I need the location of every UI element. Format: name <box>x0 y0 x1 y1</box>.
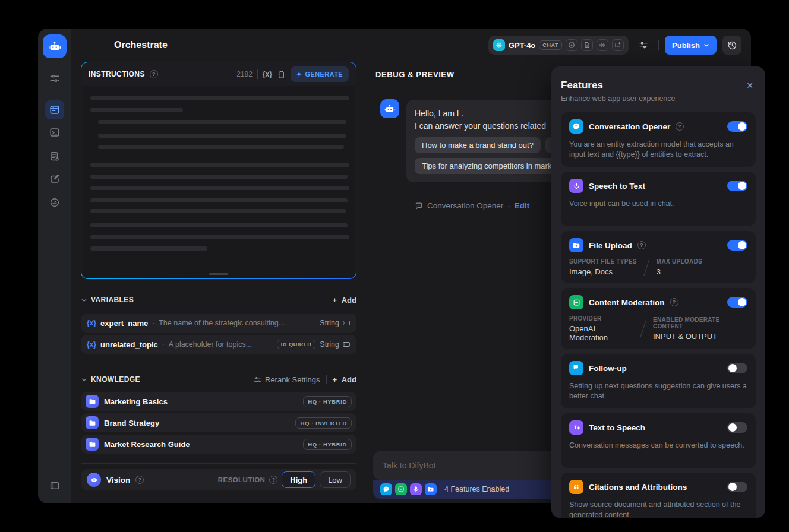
add-label: Add <box>342 296 356 305</box>
document-capability-icon <box>581 39 593 51</box>
variable-row[interactable]: {x} unrelated_topic · A placeholder for … <box>81 335 356 354</box>
instructions-panel[interactable]: INSTRUCTIONS ? 2182 {x} ✦ GENERATE <box>81 62 356 279</box>
openai-logo-icon: ✳ <box>493 39 505 51</box>
resolution-label: RESOLUTION <box>218 476 265 483</box>
meta-col: PROVIDER OpenAI Moderation <box>569 315 633 342</box>
version-history-button[interactable] <box>722 36 741 55</box>
feature-name: Text to Speech <box>589 423 645 432</box>
page-title: Orchestrate <box>114 40 168 50</box>
suggestion-chip[interactable]: How to make a brand stand out? <box>415 137 541 153</box>
sidebar-item-monitoring-gauge[interactable] <box>45 193 64 212</box>
help-icon[interactable]: ? <box>135 476 144 484</box>
model-selector[interactable]: ✳ GPT-4o CHAT <box>488 36 629 55</box>
vision-title: Vision <box>106 476 130 484</box>
skeleton-line <box>90 246 207 251</box>
meta-value: Image, Docs <box>569 267 637 276</box>
bot-avatar <box>380 99 399 118</box>
collapse-sidebar-icon[interactable] <box>45 476 64 495</box>
rerank-settings-button[interactable]: Rerank Settings <box>254 375 320 384</box>
feature-card-text-to-speech: Text to Speech Conversation messages can… <box>561 413 756 468</box>
generate-label: GENERATE <box>305 71 343 78</box>
text-to-speech-icon <box>569 420 583 435</box>
skeleton-line <box>98 145 344 149</box>
sidebar-item-logs[interactable] <box>45 147 64 166</box>
knowledge-row[interactable]: Marketing Basics HQ · HYBRID <box>81 392 356 411</box>
model-name: GPT-4o <box>509 41 536 50</box>
app-logo-robot-icon[interactable] <box>43 34 67 58</box>
suggestion-chip[interactable]: Tips for analyzing competitors in market <box>415 158 565 174</box>
feature-card-content-moderation: Content Moderation ? PROVIDER OpenAI Mod… <box>561 288 756 349</box>
audio-capability-icon <box>597 39 608 51</box>
separator: · <box>507 201 510 210</box>
chevron-down-icon[interactable] <box>81 376 87 383</box>
add-variable-button[interactable]: + Add <box>333 296 357 305</box>
variable-name: expert_name <box>100 319 148 328</box>
sidebar-item-annotation[interactable] <box>45 169 64 188</box>
slash-divider <box>643 259 649 276</box>
separator: · <box>162 340 165 349</box>
feature-toggle[interactable] <box>727 363 747 373</box>
feature-toggle[interactable] <box>727 121 747 132</box>
skeleton-line <box>90 235 349 239</box>
eye-icon <box>87 473 101 487</box>
insert-variable-icon[interactable]: {x} <box>263 70 272 78</box>
help-icon[interactable]: ? <box>150 70 158 78</box>
knowledge-row[interactable]: Brand Strategy HQ · INVERTED <box>81 413 356 432</box>
resolution-low-button[interactable]: Low <box>320 471 351 488</box>
feature-toggle[interactable] <box>727 180 747 191</box>
folder-icon <box>86 438 99 451</box>
help-icon[interactable]: ? <box>670 298 678 306</box>
skeleton-line <box>90 175 348 179</box>
variable-description: A placeholder for topics... <box>169 340 252 349</box>
divider <box>326 375 327 384</box>
publish-button[interactable]: Publish <box>665 36 717 55</box>
skeleton-line <box>90 209 346 213</box>
feature-description: Conversation messages can be converted t… <box>569 441 747 461</box>
feature-toggle[interactable] <box>727 240 747 251</box>
file-upload-icon <box>569 238 583 252</box>
meta-value: 3 <box>657 267 702 276</box>
meta-label: SUPPORT FILE TYPES <box>569 258 637 265</box>
feature-description: You are an entity extraction model that … <box>569 140 747 160</box>
feature-toggle[interactable] <box>727 482 747 492</box>
input-field-icon <box>342 319 351 327</box>
settings-sliders-icon[interactable] <box>45 69 64 88</box>
feature-name: Conversation Opener <box>589 122 670 131</box>
sparkle-icon: ✦ <box>296 71 302 78</box>
sidebar-item-orchestrate[interactable] <box>45 100 64 119</box>
resize-handle[interactable] <box>209 273 228 275</box>
feature-toggle[interactable] <box>727 297 747 308</box>
instructions-editor[interactable] <box>82 86 355 278</box>
folder-icon <box>86 416 99 429</box>
sidebar-item-api-terminal[interactable] <box>45 123 64 142</box>
close-icon[interactable]: ✕ <box>744 80 756 91</box>
moderation-icon <box>569 295 583 309</box>
instructions-title: INSTRUCTIONS <box>89 70 145 78</box>
copy-clipboard-icon[interactable] <box>277 70 286 79</box>
resolution-high-button[interactable]: High <box>282 471 315 488</box>
add-knowledge-button[interactable]: + Add <box>333 375 357 384</box>
debug-preview-title: DEBUG & PREVIEW <box>375 70 455 79</box>
feature-description: Setting up next questions suggestion can… <box>569 381 747 401</box>
knowledge-row[interactable]: Market Research Guide HQ · HYBRID <box>81 435 356 454</box>
features-panel: Features Enhance web app user experience… <box>551 66 765 518</box>
skeleton-line <box>90 186 349 190</box>
model-config-sliders-icon[interactable] <box>635 36 652 54</box>
variables-title: VARIABLES <box>91 296 134 304</box>
help-icon[interactable]: ? <box>676 122 684 131</box>
skeleton-line <box>90 96 349 100</box>
feature-toggle[interactable] <box>727 422 747 433</box>
slash-divider <box>640 320 646 337</box>
help-icon[interactable]: ? <box>269 476 277 484</box>
variable-row[interactable]: {x} expert_name · The name of the strate… <box>81 314 356 332</box>
section-divider <box>81 463 356 464</box>
citations-icon <box>569 480 583 494</box>
generate-button[interactable]: ✦ GENERATE <box>291 66 349 82</box>
features-enabled-text: 4 Features Enabled <box>444 485 509 493</box>
chevron-down-icon[interactable] <box>81 297 87 303</box>
input-field-icon <box>342 340 351 349</box>
edit-opener-link[interactable]: Edit <box>515 201 530 210</box>
header-divider <box>658 40 659 50</box>
help-icon[interactable]: ? <box>637 241 646 249</box>
add-label: Add <box>342 375 356 384</box>
